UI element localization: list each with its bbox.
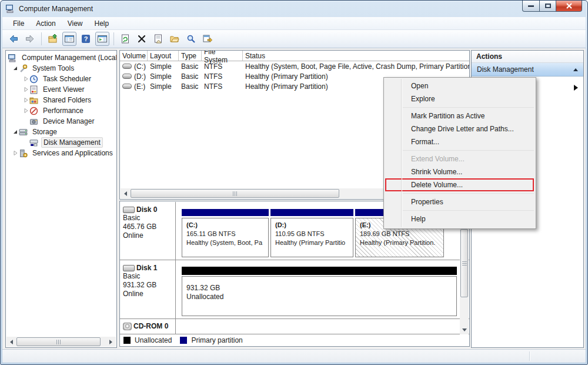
- scroll-thumb[interactable]: [131, 189, 339, 198]
- menu-item-properties[interactable]: Properties: [384, 195, 536, 208]
- maximize-button[interactable]: [539, 1, 556, 12]
- scroll-left-button[interactable]: [121, 188, 131, 198]
- tree-item-system-tools[interactable]: System Tools: [6, 63, 116, 74]
- menu-view[interactable]: View: [62, 18, 89, 29]
- tree-item-shared-folders[interactable]: Shared Folders: [6, 95, 116, 105]
- volume-row-c[interactable]: (C:) Simple Basic NTFS Healthy (System, …: [120, 61, 469, 71]
- collapsed-icon[interactable]: [22, 97, 29, 103]
- collapsed-icon[interactable]: [22, 108, 29, 114]
- tree-item-device-manager[interactable]: Device Manager: [6, 116, 116, 127]
- minimize-icon: [528, 5, 534, 7]
- menu-separator: [403, 193, 534, 194]
- expanded-icon[interactable]: [12, 129, 19, 135]
- column-file-system[interactable]: File System: [202, 51, 243, 61]
- context-menu: Open Explore Mark Partition as Active Ch…: [383, 77, 536, 229]
- scroll-thumb[interactable]: [16, 337, 101, 346]
- drive-icon: [122, 64, 132, 69]
- primary-partition-bar: [182, 209, 269, 216]
- open-folder-icon[interactable]: [168, 32, 182, 46]
- show-action-pane-icon[interactable]: [95, 32, 109, 46]
- disk-icon: [123, 265, 135, 271]
- partition-c[interactable]: (C:) 165.11 GB NTFS Healthy (System, Boo…: [182, 209, 269, 257]
- menu-separator: [403, 107, 534, 108]
- menu-help[interactable]: Help: [89, 18, 115, 29]
- device-manager-icon: [29, 117, 38, 126]
- column-layout[interactable]: Layout: [148, 51, 179, 61]
- menu-item-help[interactable]: Help: [384, 213, 536, 225]
- menu-separator: [403, 210, 534, 211]
- menu-item-shrink-volume[interactable]: Shrink Volume...: [384, 165, 536, 178]
- tree-item-performance[interactable]: Performance: [6, 105, 116, 116]
- window-title: Computer Management: [19, 5, 93, 13]
- title-bar[interactable]: Computer Management: [1, 1, 587, 17]
- cdrom-row: CD-ROM 0: [120, 319, 469, 334]
- drive-icon: [122, 74, 132, 79]
- menu-action[interactable]: Action: [30, 18, 61, 29]
- console-tree: Computer Management (Local System Tools …: [6, 51, 116, 158]
- menu-item-mark-partition-active[interactable]: Mark Partition as Active: [384, 110, 536, 122]
- toolbar: ?: [2, 30, 586, 48]
- export-list-icon[interactable]: [201, 32, 215, 46]
- back-icon[interactable]: [6, 32, 21, 46]
- svg-text:?: ?: [84, 35, 88, 42]
- menu-item-open[interactable]: Open: [384, 79, 536, 92]
- status-bar-divider: [529, 351, 530, 361]
- forward-icon[interactable]: [23, 32, 37, 46]
- collapsed-icon[interactable]: [12, 150, 19, 156]
- shared-folders-icon: [29, 96, 38, 105]
- collapse-icon[interactable]: [573, 68, 578, 71]
- cdrom-label[interactable]: CD-ROM 0: [120, 319, 176, 334]
- column-volume[interactable]: Volume: [120, 51, 148, 61]
- tree-horizontal-scrollbar[interactable]: [6, 337, 116, 347]
- find-icon[interactable]: [184, 32, 198, 46]
- tree-item-task-scheduler[interactable]: Task Scheduler: [6, 74, 116, 84]
- services-icon: [19, 149, 28, 158]
- collapsed-icon[interactable]: [22, 87, 29, 92]
- app-icon: [6, 4, 15, 14]
- drive-icon: [122, 84, 132, 89]
- tree-item-storage[interactable]: Storage: [6, 127, 116, 137]
- disk-0-label[interactable]: Disk 0 Basic 465.76 GB Online: [120, 202, 176, 260]
- minimize-button[interactable]: [522, 1, 540, 12]
- tree-item-disk-management[interactable]: Disk Management: [6, 137, 116, 148]
- refresh-icon[interactable]: [118, 32, 132, 46]
- more-actions-arrow-icon[interactable]: [574, 85, 578, 91]
- performance-icon: [29, 107, 38, 115]
- partition-d[interactable]: (D:) 110.95 GB NTFS Healthy (Primary Par…: [270, 209, 353, 257]
- properties-icon[interactable]: [151, 32, 165, 46]
- unallocated-bar: [182, 267, 457, 275]
- menu-item-format[interactable]: Format...: [384, 135, 536, 148]
- help-icon[interactable]: ?: [79, 32, 93, 46]
- actions-group-disk-management[interactable]: Disk Management: [472, 63, 583, 77]
- volume-table-header: Volume Layout Type File System Status: [120, 51, 469, 61]
- disk-icon: [123, 207, 135, 213]
- close-button[interactable]: [556, 1, 582, 12]
- menu-item-change-drive-letter[interactable]: Change Drive Letter and Paths...: [384, 122, 536, 135]
- tree-item-services-and-applications[interactable]: Services and Applications: [6, 148, 116, 158]
- scroll-right-button[interactable]: [106, 337, 116, 347]
- event-viewer-icon: [29, 85, 38, 94]
- scroll-down-button[interactable]: [460, 325, 469, 334]
- column-type[interactable]: Type: [179, 51, 202, 61]
- menu-item-delete-volume[interactable]: Delete Volume...: [384, 178, 536, 191]
- collapsed-icon[interactable]: [22, 76, 29, 82]
- maximize-icon: [545, 4, 551, 8]
- delete-icon[interactable]: [135, 32, 149, 46]
- disk-1-label[interactable]: Disk 1 Basic 931.32 GB Online: [120, 260, 176, 318]
- unallocated-space[interactable]: 931.32 GB Unallocated: [182, 267, 457, 316]
- scroll-left-button[interactable]: [6, 337, 16, 347]
- legend: Unallocated Primary partition: [120, 334, 469, 346]
- menu-item-explore[interactable]: Explore: [384, 92, 536, 105]
- expanded-icon[interactable]: [12, 65, 19, 71]
- menu-file[interactable]: File: [7, 18, 30, 29]
- unallocated-legend-swatch: [123, 337, 131, 344]
- tree-item-event-viewer[interactable]: Event Viewer: [6, 84, 116, 95]
- disk-management-icon: [29, 138, 38, 147]
- primary-partition-legend-swatch: [180, 337, 187, 344]
- show-console-tree-icon[interactable]: [62, 32, 76, 46]
- column-status[interactable]: Status: [243, 51, 469, 61]
- scroll-thumb[interactable]: [460, 229, 468, 297]
- tree-item-computer-management[interactable]: Computer Management (Local: [6, 52, 116, 63]
- up-one-level-icon[interactable]: [46, 32, 60, 46]
- storage-icon: [19, 128, 28, 137]
